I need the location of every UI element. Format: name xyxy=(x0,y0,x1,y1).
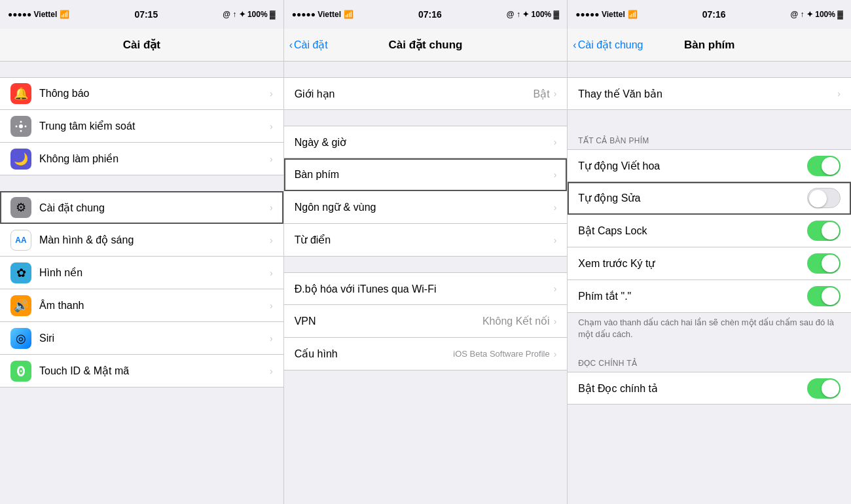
item-tu-dong-sua[interactable]: Tự động Sửa xyxy=(568,182,851,215)
panel3-content[interactable]: Thay thế Văn bản › TẤT CẢ BÀN PHÍM Tự độ… xyxy=(568,62,851,504)
chevron-gioi-han: › xyxy=(554,88,557,99)
status-right-2: @ ↑ ✦ 100% ▓ xyxy=(507,10,559,19)
label-xem-truoc: Xem trước Ký tự xyxy=(578,257,807,270)
label-bat-caps-lock: Bật Caps Lock xyxy=(578,225,807,237)
label-ngay-gio: Ngày & giờ xyxy=(295,136,554,149)
label-hinh-nen: Hình nền xyxy=(39,266,270,279)
svg-point-1 xyxy=(20,120,22,122)
item-cai-dat-chung[interactable]: ⚙ Cài đặt chung › xyxy=(0,191,283,224)
item-bat-doc-chinh-ta[interactable]: Bật Đọc chính tả xyxy=(568,372,851,405)
item-ban-phim[interactable]: Bàn phím › xyxy=(284,158,568,191)
status-right-3: @ ↑ ✦ 100% ▓ xyxy=(791,10,843,19)
back-btn-general[interactable]: ‹ Cài đặt xyxy=(289,39,328,51)
chevron-touch-id: › xyxy=(270,366,273,376)
back-label-keyboard: Cài đặt chung xyxy=(578,39,643,51)
description-phim-tat: Chạm vào thanh dấu cách hai lần sẽ chèn … xyxy=(568,313,851,348)
toggle-phim-tat[interactable] xyxy=(807,286,841,306)
label-siri: Siri xyxy=(39,333,270,344)
carrier-3: ●●●●● Viettel xyxy=(575,10,625,19)
battery-3: @ ↑ ✦ 100% ▓ xyxy=(791,10,843,19)
item-touch-id[interactable]: Touch ID & Mật mã › xyxy=(0,355,283,387)
item-tu-dien[interactable]: Từ điển › xyxy=(284,224,568,257)
item-xem-truoc[interactable]: Xem trước Ký tự xyxy=(568,247,851,280)
chevron-thong-bao: › xyxy=(270,88,273,99)
section-p3-1: Thay thế Văn bản › xyxy=(568,77,851,110)
label-bat-doc-chinh-ta: Bật Đọc chính tả xyxy=(578,382,807,395)
label-tu-dong-viet-hoa: Tự động Viết hoa xyxy=(578,160,807,172)
back-chevron-general: ‹ xyxy=(289,39,293,51)
chevron-ban-phim: › xyxy=(554,170,557,180)
toggle-tu-dong-sua[interactable] xyxy=(807,188,841,208)
status-bar-3: ●●●●● Viettel 📶 07:16 @ ↑ ✦ 100% ▓ xyxy=(568,0,851,29)
battery-2: @ ↑ ✦ 100% ▓ xyxy=(507,10,559,19)
item-hinh-nen[interactable]: ✿ Hình nền › xyxy=(0,257,283,289)
item-khong-lam-phien[interactable]: 🌙 Không làm phiền › xyxy=(0,143,283,175)
item-man-hinh[interactable]: AA Màn hình & độ sáng › xyxy=(0,224,283,257)
toggle-bat-doc-chinh-ta[interactable] xyxy=(807,378,841,399)
item-siri[interactable]: ◎ Siri › xyxy=(0,322,283,355)
item-trung-tam[interactable]: Trung tâm kiểm soát › xyxy=(0,110,283,143)
item-vpn[interactable]: VPN Không Kết nối › xyxy=(284,305,568,338)
item-gioi-han[interactable]: Giới hạn Bật › xyxy=(284,77,568,110)
item-bat-caps-lock[interactable]: Bật Caps Lock xyxy=(568,215,851,247)
status-left-1: ●●●●● Viettel 📶 xyxy=(8,10,69,19)
wifi-icon-1: 📶 xyxy=(60,10,69,19)
panel1-content[interactable]: 🔔 Thông báo › Trung tâm kiểm soát › 🌙 Kh… xyxy=(0,62,283,504)
status-bar-2: ●●●●● Viettel 📶 07:16 @ ↑ ✦ 100% ▓ xyxy=(284,0,568,29)
section-p2-1: Giới hạn Bật › xyxy=(284,77,568,110)
chevron-khong-lam-phien: › xyxy=(270,154,273,164)
status-right-1: @ ↑ ✦ 100% ▓ xyxy=(223,10,275,19)
panel-general: ‹ Cài đặt Cài đặt chung Giới hạn Bật › N… xyxy=(284,29,568,504)
item-dbhoa[interactable]: Đ.bộ hóa với iTunes qua Wi-Fi › xyxy=(284,272,568,305)
icon-trung-tam xyxy=(10,116,31,137)
panel-settings: Cài đặt 🔔 Thông báo › Trung tâm kiểm soá… xyxy=(0,29,284,504)
navbar-general: ‹ Cài đặt Cài đặt chung xyxy=(284,29,568,62)
toggle-tu-dong-viet-hoa[interactable] xyxy=(807,156,841,176)
nav-title-keyboard: Bàn phím xyxy=(684,39,734,52)
svg-point-3 xyxy=(16,125,18,127)
panel2-content[interactable]: Giới hạn Bật › Ngày & giờ › Bàn phím › N… xyxy=(284,62,568,504)
section-p3-2: Tự động Viết hoa Tự động Sửa Bật Caps Lo… xyxy=(568,149,851,313)
label-thay-the: Thay thế Văn bản xyxy=(578,88,837,100)
item-cau-hinh[interactable]: Cấu hình iOS Beta Software Profile › xyxy=(284,338,568,370)
label-touch-id: Touch ID & Mật mã xyxy=(39,365,270,377)
item-tu-dong-viet-hoa[interactable]: Tự động Viết hoa xyxy=(568,149,851,182)
section-label-tat-ca: TẤT CẢ BÀN PHÍM xyxy=(568,126,851,149)
label-ngon-ngu: Ngôn ngữ & vùng xyxy=(295,201,554,213)
toggle-bat-caps-lock[interactable] xyxy=(807,221,841,241)
nav-title-settings: Cài đặt xyxy=(123,38,160,52)
item-ngay-gio[interactable]: Ngày & giờ › xyxy=(284,126,568,158)
label-vpn: VPN xyxy=(295,315,482,327)
item-thong-bao[interactable]: 🔔 Thông báo › xyxy=(0,77,283,110)
icon-touch-id xyxy=(10,361,31,382)
back-btn-keyboard[interactable]: ‹ Cài đặt chung xyxy=(573,39,643,51)
chevron-cau-hinh: › xyxy=(554,349,557,359)
icon-man-hinh: AA xyxy=(10,230,31,251)
chevron-trung-tam: › xyxy=(270,121,273,132)
panel-keyboard: ‹ Cài đặt chung Bàn phím Thay thế Văn bả… xyxy=(568,29,851,504)
time-1: 07:15 xyxy=(134,9,158,20)
section-notifications: 🔔 Thông báo › Trung tâm kiểm soát › 🌙 Kh… xyxy=(0,77,283,175)
icon-khong-lam-phien: 🌙 xyxy=(10,149,31,170)
navbar-keyboard: ‹ Cài đặt chung Bàn phím xyxy=(568,29,851,62)
item-ngon-ngu[interactable]: Ngôn ngữ & vùng › xyxy=(284,191,568,224)
item-phim-tat[interactable]: Phím tắt "." xyxy=(568,280,851,313)
toggle-xem-truoc[interactable] xyxy=(807,253,841,274)
label-am-thanh: Âm thanh xyxy=(39,300,270,312)
battery-1: @ ↑ ✦ 100% ▓ xyxy=(223,10,275,19)
value-cau-hinh: iOS Beta Software Profile xyxy=(453,349,549,359)
section-p3-3: Bật Đọc chính tả xyxy=(568,372,851,405)
item-am-thanh[interactable]: 🔊 Âm thanh › xyxy=(0,289,283,322)
label-khong-lam-phien: Không làm phiền xyxy=(39,153,270,165)
time-2: 07:16 xyxy=(418,9,442,20)
label-gioi-han: Giới hạn xyxy=(295,88,534,100)
separator-1 xyxy=(0,62,283,77)
separator-p3-1 xyxy=(568,62,851,77)
item-thay-the[interactable]: Thay thế Văn bản › xyxy=(568,77,851,110)
label-trung-tam: Trung tâm kiểm soát xyxy=(39,120,270,132)
chevron-hinh-nen: › xyxy=(270,268,273,278)
separator-2 xyxy=(0,175,283,191)
status-bar-1: ●●●●● Viettel 📶 07:15 @ ↑ ✦ 100% ▓ xyxy=(0,0,284,29)
nav-title-general: Cài đặt chung xyxy=(389,38,463,52)
label-tu-dong-sua: Tự động Sửa xyxy=(578,192,807,204)
